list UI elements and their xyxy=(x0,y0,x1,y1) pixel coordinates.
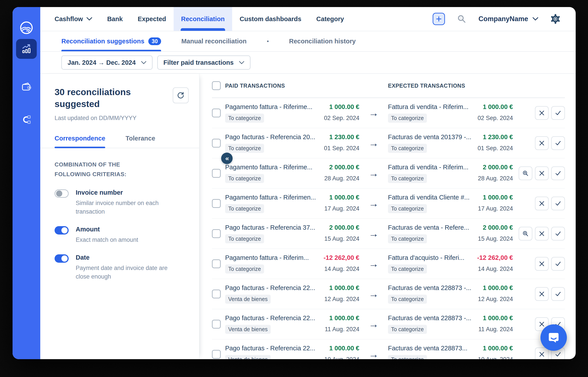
paid-date: 10 Aug. 2024 xyxy=(324,356,359,359)
paid-title: Pago facturas - Referencia 20... xyxy=(225,133,324,141)
reject-match-button[interactable] xyxy=(535,136,549,150)
sidebar-item-reconciliation-magnet[interactable] xyxy=(16,110,37,130)
match-arrow-icon: → xyxy=(364,258,384,270)
row-actions xyxy=(517,106,565,120)
row-checkbox[interactable] xyxy=(212,350,221,359)
row-actions xyxy=(517,227,565,240)
select-all-checkbox[interactable] xyxy=(212,81,221,90)
expected-category-tag: To categorize xyxy=(388,355,427,359)
expected-title: Fattura di vendita - Riferim... xyxy=(388,103,477,111)
inspect-match-button[interactable] xyxy=(519,166,532,180)
sidebar-item-cashflow-analytics[interactable] xyxy=(16,39,37,59)
paid-transaction-cell: Pagamento fattura - Riferim... -12 262,0… xyxy=(225,254,359,273)
paid-category-tag: Venta de bienes xyxy=(225,355,271,359)
reject-match-button[interactable] xyxy=(535,347,549,359)
search-button[interactable] xyxy=(456,14,467,24)
expected-transaction-cell: Fattura d'acquisto - Riferi... -12 262,0… xyxy=(388,254,513,273)
company-switcher[interactable]: CompanyName xyxy=(478,15,538,23)
row-checkbox[interactable] xyxy=(212,259,221,268)
paid-transaction-cell: Pago facturas - Referencia 20... 1 230.0… xyxy=(225,133,359,153)
row-checkbox[interactable] xyxy=(212,229,221,238)
tab-reconciliation-suggestions[interactable]: Reconciliation suggestions 30 xyxy=(61,31,161,51)
table-body: Pagamento fattura - Riferime... 1 000.00… xyxy=(212,98,565,359)
panel-title: 30 reconciliations suggested xyxy=(55,86,147,110)
reject-match-button[interactable] xyxy=(535,166,549,180)
nav-item-reconciliation[interactable]: Reconciliation xyxy=(174,7,232,31)
tab-label: Manual reconciliation xyxy=(181,38,247,45)
expected-category-tag: To categorize xyxy=(388,295,427,304)
paid-date: 01 Sep. 2024 xyxy=(324,145,359,152)
x-icon xyxy=(539,231,545,236)
tab-tolerance[interactable]: Tolerance xyxy=(125,135,155,148)
expected-transaction-cell: Facturas de venta 228873... 1 000.00 € T… xyxy=(388,345,513,359)
expected-amount: 1 000.00 € xyxy=(483,315,513,322)
nav-item-category[interactable]: Category xyxy=(309,7,351,31)
reject-match-button[interactable] xyxy=(535,106,549,120)
tab-reconciliation-history[interactable]: Reconciliation history xyxy=(289,31,356,51)
accept-match-button[interactable] xyxy=(551,166,565,180)
row-checkbox[interactable] xyxy=(212,108,221,117)
match-arrow-icon: → xyxy=(364,348,384,359)
sidebar-item-wallet[interactable] xyxy=(16,77,37,97)
company-name: CompanyName xyxy=(478,15,528,23)
check-icon xyxy=(555,231,561,237)
add-button[interactable] xyxy=(433,13,445,25)
date-toggle[interactable] xyxy=(55,254,69,263)
accept-match-button[interactable] xyxy=(551,227,565,240)
nav-item-cashflow[interactable]: Cashflow xyxy=(47,7,100,31)
nav-item-bank[interactable]: Bank xyxy=(100,7,130,31)
paid-transactions-filter[interactable]: Filter paid transactions xyxy=(157,56,250,70)
row-checkbox[interactable] xyxy=(212,320,221,329)
tab-correspondence[interactable]: Correspondence xyxy=(55,135,105,148)
reject-match-button[interactable] xyxy=(535,257,549,271)
accept-match-button[interactable] xyxy=(551,287,565,301)
expected-date: 28 Aug. 2024 xyxy=(478,175,513,182)
row-checkbox[interactable] xyxy=(212,199,221,208)
paid-amount: 1 230.00 € xyxy=(329,133,359,141)
collapse-panel-button[interactable]: « xyxy=(221,153,233,164)
accept-match-button[interactable] xyxy=(551,257,565,271)
check-icon xyxy=(555,110,561,116)
tab-manual-reconciliation[interactable]: Manual reconciliation xyxy=(181,31,247,51)
paid-transaction-cell: Pagamento fattura - Riferime... 1 000.00… xyxy=(225,103,359,123)
expected-amount: 2 000.00 € xyxy=(483,224,513,231)
row-checkbox[interactable] xyxy=(212,290,221,298)
row-checkbox[interactable] xyxy=(212,169,221,178)
reject-match-button[interactable] xyxy=(535,287,549,301)
nav-item-expected[interactable]: Expected xyxy=(130,7,174,31)
toggle-knob xyxy=(61,255,68,262)
app-window: Cashflow Bank Expected Reconciliation Cu… xyxy=(12,7,576,359)
nav-item-custom-dashboards[interactable]: Custom dashboards xyxy=(232,7,309,31)
accept-match-button[interactable] xyxy=(551,197,565,210)
expected-transaction-cell: Fattura di vendita - Riferim... 1 000.00… xyxy=(388,103,513,123)
paid-category-tag: To categorize xyxy=(225,174,264,183)
toggle-knob xyxy=(61,227,68,234)
expected-amount: 1 230.00 € xyxy=(483,133,513,141)
criteria-toggles: Invoice number Similar invoice number on… xyxy=(55,189,189,281)
refresh-button[interactable] xyxy=(173,87,189,103)
paid-amount: 1 000.00 € xyxy=(329,103,359,111)
reject-match-button[interactable] xyxy=(535,227,549,240)
date-range-filter[interactable]: Jan. 2024 → Dec. 2024 xyxy=(61,56,152,70)
invoice-number-toggle[interactable] xyxy=(55,189,69,198)
settings-button[interactable] xyxy=(550,13,561,25)
expected-amount: 1 000.00 € xyxy=(483,103,513,111)
criteria-description: Exact match on amount xyxy=(76,236,168,244)
criteria-date: Date Payment date and invoice date are c… xyxy=(55,254,189,281)
row-actions xyxy=(517,257,565,271)
chat-launcher-button[interactable] xyxy=(541,324,567,351)
reject-match-button[interactable] xyxy=(535,197,549,210)
expected-title: Facturas de venta 228873... xyxy=(388,345,477,352)
accept-match-button[interactable] xyxy=(551,106,565,120)
row-checkbox[interactable] xyxy=(212,139,221,148)
chevron-down-icon xyxy=(87,17,92,21)
amount-toggle[interactable] xyxy=(55,226,69,235)
nav-label: Cashflow xyxy=(55,15,83,23)
content-area: 30 reconciliations suggested Last update… xyxy=(40,74,576,359)
expected-date: 17 Aug. 2024 xyxy=(478,205,513,212)
paid-date: 14 Aug. 2024 xyxy=(324,266,359,272)
inspect-match-button[interactable] xyxy=(519,227,532,240)
table-row: Pagamento fattura - Riferime... 2 000.00… xyxy=(212,158,565,188)
chart-trend-icon xyxy=(21,43,32,55)
accept-match-button[interactable] xyxy=(551,136,565,150)
